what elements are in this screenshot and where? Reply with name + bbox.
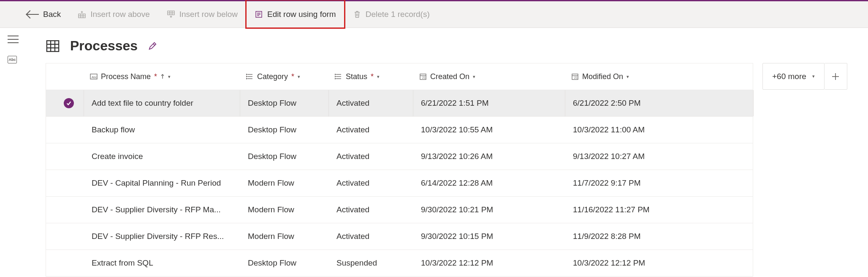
col-header-modified-on-label: Modified On	[582, 72, 623, 81]
svg-point-30	[246, 76, 247, 77]
required-indicator: *	[154, 72, 157, 81]
chevron-down-icon: ▾	[377, 74, 380, 80]
process-name-cell[interactable]: DEV - Supplier Diversity - RFP Ma...	[84, 197, 240, 223]
status-cell[interactable]: Activated	[329, 117, 413, 143]
process-name-cell[interactable]: Create invoice	[84, 143, 240, 170]
required-indicator: *	[291, 72, 294, 81]
created-on-cell[interactable]: 9/30/2022 10:21 PM	[413, 197, 565, 223]
table-row[interactable]: Create invoiceDesktop FlowActivated9/13/…	[46, 143, 753, 170]
modified-on-cell[interactable]: 11/16/2022 11:27 PM	[565, 197, 754, 223]
process-name-cell[interactable]: DEV - Capital Planning - Run Period	[84, 170, 240, 196]
insert-above-label: Insert row above	[90, 10, 149, 19]
more-columns-label: +60 more	[772, 72, 806, 81]
modified-on-cell[interactable]: 10/3/2022 11:00 AM	[565, 117, 754, 143]
insert-row-above-button: Insert row above	[69, 1, 158, 27]
col-header-status[interactable]: Status* ▾	[329, 63, 413, 90]
status-cell[interactable]: Activated	[329, 143, 413, 170]
created-on-cell[interactable]: 9/30/2022 10:15 PM	[413, 223, 565, 250]
chevron-down-icon: ▾	[812, 74, 815, 79]
status-cell[interactable]: Activated	[329, 170, 413, 196]
created-on-cell[interactable]: 6/14/2022 12:28 AM	[413, 170, 565, 196]
status-cell[interactable]: Suspended	[329, 250, 413, 276]
row-selector[interactable]	[46, 170, 84, 196]
created-on-cell[interactable]: 9/13/2022 10:26 AM	[413, 143, 565, 170]
modified-on-cell[interactable]: 11/9/2022 8:28 PM	[565, 223, 754, 250]
category-cell[interactable]: Desktop Flow	[240, 90, 329, 116]
chevron-down-icon: ▾	[627, 74, 629, 80]
edit-row-form-label: Edit row using form	[267, 10, 336, 19]
status-cell[interactable]: Activated	[329, 90, 413, 116]
process-name-cell[interactable]: Add text file to country folder	[84, 90, 240, 116]
row-selector[interactable]	[46, 223, 84, 250]
add-column-button[interactable]	[825, 63, 847, 90]
edit-row-form-button[interactable]: Edit row using form	[246, 1, 344, 27]
text-type-icon: Abc	[90, 73, 98, 80]
table-row[interactable]: Extract from SQLDesktop FlowSuspended10/…	[46, 250, 753, 277]
status-cell[interactable]: Activated	[329, 223, 413, 250]
insert-above-icon	[78, 10, 86, 19]
svg-line-23	[153, 44, 155, 45]
status-cell[interactable]: Activated	[329, 197, 413, 223]
form-icon	[255, 10, 263, 19]
more-columns-button[interactable]: +60 more ▾	[762, 63, 825, 90]
abc-icon: Abc	[8, 56, 17, 63]
insert-row-below-button: Insert row below	[158, 1, 246, 27]
chevron-down-icon: ▾	[298, 74, 300, 80]
row-selector[interactable]	[46, 197, 84, 223]
col-header-created-on-label: Created On	[430, 72, 469, 81]
process-name-cell[interactable]: DEV - Supplier Diversity - RFP Res...	[84, 223, 240, 250]
col-header-category[interactable]: Category* ▾	[240, 63, 329, 90]
col-header-category-label: Category	[257, 72, 288, 81]
text-column-button[interactable]: Abc	[8, 56, 19, 65]
category-cell[interactable]: Desktop Flow	[240, 117, 329, 143]
modified-on-cell[interactable]: 11/7/2022 9:17 PM	[565, 170, 754, 196]
svg-point-35	[335, 74, 336, 75]
edit-title-button[interactable]	[148, 41, 157, 51]
modified-on-cell[interactable]: 10/3/2022 12:12 PM	[565, 250, 754, 276]
svg-text:21: 21	[574, 76, 578, 79]
delete-records-label: Delete 1 record(s)	[366, 10, 430, 19]
page-header: Processes	[46, 38, 855, 54]
page-title: Processes	[70, 38, 138, 54]
category-cell[interactable]: Desktop Flow	[240, 143, 329, 170]
svg-rect-18	[47, 41, 59, 52]
category-cell[interactable]: Modern Flow	[240, 170, 329, 196]
category-cell[interactable]: Modern Flow	[240, 223, 329, 250]
table-row[interactable]: DEV - Supplier Diversity - RFP Ma...Mode…	[46, 197, 753, 223]
optionset-icon	[335, 73, 342, 80]
category-cell[interactable]: Desktop Flow	[240, 250, 329, 276]
table-row[interactable]: DEV - Capital Planning - Run PeriodModer…	[46, 170, 753, 197]
category-cell[interactable]: Modern Flow	[240, 197, 329, 223]
col-header-modified-on[interactable]: 21 Modified On ▾	[565, 63, 754, 90]
process-name-cell[interactable]: Extract from SQL	[84, 250, 240, 276]
row-selector[interactable]	[46, 250, 84, 276]
grid-header-row: Abc Process Name* ▾ Category* ▾ Status* …	[46, 63, 753, 90]
row-selector[interactable]	[46, 117, 84, 143]
modified-on-cell[interactable]: 9/13/2022 10:27 AM	[565, 143, 754, 170]
col-header-created-on[interactable]: 21 Created On ▾	[413, 63, 565, 90]
row-selector[interactable]	[46, 143, 84, 170]
modified-on-cell[interactable]: 6/21/2022 2:50 PM	[565, 90, 754, 116]
col-header-process-name[interactable]: Abc Process Name* ▾	[84, 63, 240, 90]
table-row[interactable]: Backup flowDesktop FlowActivated10/3/202…	[46, 117, 753, 143]
back-button[interactable]: Back	[19, 1, 69, 27]
insert-below-label: Insert row below	[179, 10, 238, 19]
svg-point-36	[335, 76, 336, 77]
sort-asc-icon	[160, 74, 165, 79]
data-grid: Abc Process Name* ▾ Category* ▾ Status* …	[46, 63, 753, 277]
trash-icon	[353, 10, 361, 19]
created-on-cell[interactable]: 10/3/2022 10:55 AM	[413, 117, 565, 143]
row-selector[interactable]	[46, 90, 84, 116]
required-indicator: *	[371, 72, 374, 81]
select-all-header[interactable]	[46, 63, 84, 90]
back-arrow-icon	[27, 14, 39, 15]
col-header-status-label: Status	[346, 72, 367, 81]
insert-below-icon	[167, 10, 175, 19]
table-row[interactable]: DEV - Supplier Diversity - RFP Res...Mod…	[46, 223, 753, 250]
table-row[interactable]: Add text file to country folderDesktop F…	[46, 90, 753, 117]
created-on-cell[interactable]: 6/21/2022 1:51 PM	[413, 90, 565, 116]
chevron-down-icon: ▾	[168, 74, 171, 80]
process-name-cell[interactable]: Backup flow	[84, 117, 240, 143]
created-on-cell[interactable]: 10/3/2022 12:12 PM	[413, 250, 565, 276]
menu-button[interactable]	[8, 36, 19, 45]
